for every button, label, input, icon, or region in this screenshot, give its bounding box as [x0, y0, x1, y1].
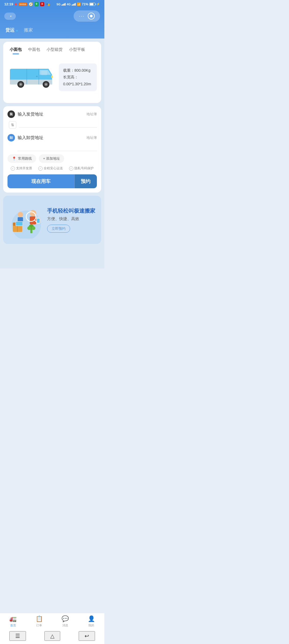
from-input-row: ⇅ [7, 119, 97, 131]
to-label: 输入卸货地址 [18, 135, 43, 141]
van-illustration [7, 61, 56, 91]
reserve-button[interactable]: 预约 [74, 174, 97, 188]
vehicle-weight: 载重：800.00Kg [63, 67, 93, 74]
from-address-book[interactable]: 地址簿 [86, 112, 97, 117]
tab-moving[interactable]: 搬家 [24, 26, 33, 34]
medium-van-label: 中面包 [28, 47, 40, 52]
vehicle-tab-flatbed[interactable]: 小型平板 [67, 46, 87, 53]
battery-percent: 71% [82, 2, 88, 6]
misc-icon: 🎭 [46, 2, 50, 6]
svg-rect-24 [37, 218, 40, 223]
signal-5g: 5G [57, 3, 61, 6]
svg-point-19 [27, 226, 31, 230]
flatbed-label: 小型平板 [69, 47, 85, 52]
vehicle-display: 载重：800.00Kg 长宽高：0.00*1.30*1.20m [7, 59, 97, 99]
freight-arrow: ▲ [16, 29, 18, 32]
to-icon-label: 卸 [10, 136, 13, 140]
boss-icon: BOSS [18, 3, 27, 6]
svg-point-21 [30, 210, 36, 216]
feature-privacy: ✓ 隐私号码保护 [69, 166, 94, 171]
location-pin-icon: 📍 [12, 156, 16, 161]
common-route-label: 常用路线 [18, 156, 32, 161]
features-row: ✓ 支持开发票 ✓ 全程安心运送 ✓ 隐私号码保护 [7, 166, 97, 171]
feature-privacy-label: 隐私号码保护 [74, 166, 94, 171]
banner-text: 手机轻松叫极速搬家 方便、快捷、高效 立即预约 [45, 207, 97, 233]
banner-title: 手机轻松叫极速搬家 [47, 207, 97, 214]
svg-point-10 [20, 83, 22, 85]
svg-rect-11 [51, 75, 53, 78]
wifi-icon: 📶 [77, 2, 81, 6]
add-address-label: + 添加地址 [43, 156, 60, 161]
to-address-row: 卸 输入卸货地址 地址簿 [7, 134, 97, 141]
feature-invoice: ✓ 支持开发票 [11, 166, 32, 171]
banner-subtitle: 方便、快捷、高效 [47, 216, 97, 221]
location-arrow: ▾ [10, 15, 12, 18]
dots-icon: ··· [79, 13, 85, 19]
feature-safe-label: 全程安心运送 [44, 166, 63, 171]
signal-bar-1 [62, 3, 66, 6]
charging-icon: ⚡ [96, 2, 100, 6]
action-buttons: 现在用车 预约 [7, 174, 97, 188]
banner-illustration [7, 201, 45, 239]
form-card: 装 输入发货地址 地址簿 ⇅ 卸 输入卸货地址 地址簿 📍 常用路线 + 添加地… [3, 106, 101, 193]
location-button[interactable]: ▾ [4, 13, 16, 20]
from-icon: 装 [7, 110, 15, 118]
small-van-label: 小面包 [10, 47, 22, 52]
battery-icon [89, 3, 95, 6]
vehicle-image [7, 61, 56, 93]
camera-icon [88, 13, 95, 20]
check-icon-privacy: ✓ [69, 166, 73, 171]
vehicle-type-tabs: 小面包 中面包 小型箱货 小型平板 [7, 46, 97, 53]
from-address-row: 装 输入发货地址 地址簿 [7, 110, 97, 118]
vehicle-dimensions: 长宽高：0.00*1.30*1.20m [63, 74, 93, 87]
vehicle-tab-box-truck[interactable]: 小型箱货 [44, 46, 65, 53]
check-icon-invoice: ✓ [11, 166, 15, 171]
header: ▾ ··· 货运 ▲ 搬家 [0, 8, 104, 39]
banner-card: 手机轻松叫极速搬家 方便、快捷、高效 立即预约 [3, 196, 101, 244]
nav-tabs: 货运 ▲ 搬家 [4, 26, 100, 34]
tab-freight[interactable]: 货运 ▲ [5, 26, 18, 34]
more-options-button[interactable]: ··· [74, 10, 100, 22]
tab-moving-label: 搬家 [24, 27, 33, 33]
tab-freight-label: 货运 [5, 27, 14, 33]
to-input[interactable] [18, 143, 97, 151]
feature-safe: ✓ 全程安心运送 [38, 166, 63, 171]
to-address-book[interactable]: 地址簿 [86, 135, 97, 140]
svg-point-20 [32, 226, 35, 230]
nav-icon: 🧭 [29, 2, 33, 6]
signal-bar-2 [72, 3, 76, 6]
from-icon-label: 装 [10, 112, 13, 117]
from-input[interactable] [19, 119, 97, 128]
main-content: 小面包 中面包 小型箱货 小型平板 [0, 39, 104, 269]
status-bar: 12:19 BOSS 🧭 文 京 🎭 5G 4G 📶 71% ⚡ [0, 0, 104, 8]
route-actions: 📍 常用路线 + 添加地址 [7, 154, 97, 163]
to-icon: 卸 [7, 134, 15, 141]
header-controls: ▾ ··· [4, 10, 100, 22]
notification-dot [15, 3, 17, 5]
svg-point-12 [36, 76, 37, 77]
svg-point-7 [45, 83, 47, 85]
signal-4g: 4G [67, 3, 71, 6]
box-truck-label: 小型箱货 [47, 47, 63, 52]
svg-rect-1 [41, 71, 47, 75]
translate-icon: 文 [35, 2, 39, 6]
check-icon-safe: ✓ [38, 166, 43, 171]
vehicle-info-box: 载重：800.00Kg 长宽高：0.00*1.30*1.20m [59, 63, 97, 91]
common-route-button[interactable]: 📍 常用路线 [7, 154, 36, 163]
add-address-button[interactable]: + 添加地址 [39, 154, 64, 163]
svg-point-25 [18, 212, 23, 217]
feature-invoice-label: 支持开发票 [16, 166, 32, 171]
banner-cta-button[interactable]: 立即预约 [47, 225, 70, 233]
swap-button[interactable]: ⇅ [9, 121, 16, 129]
from-label: 输入发货地址 [18, 112, 43, 117]
svg-rect-28 [16, 222, 22, 225]
status-time: 12:19 [4, 2, 13, 6]
vehicle-tab-medium-van[interactable]: 中面包 [26, 46, 42, 53]
jd-icon: 京 [40, 2, 44, 6]
book-now-button[interactable]: 现在用车 [7, 174, 74, 188]
vehicle-card: 小面包 中面包 小型箱货 小型平板 [3, 42, 101, 103]
banner-svg [7, 201, 45, 239]
vehicle-tab-small-van[interactable]: 小面包 [7, 46, 24, 53]
